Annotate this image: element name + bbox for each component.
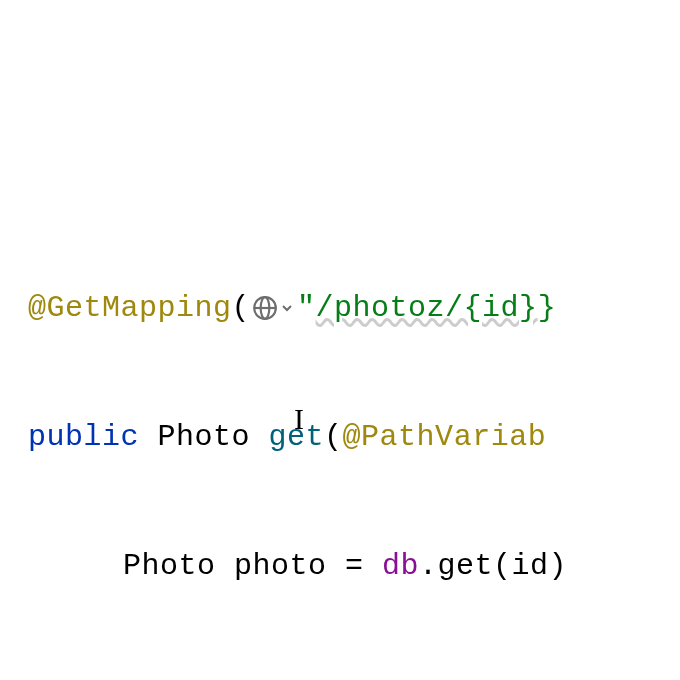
url-path: /photoz/{id} bbox=[316, 291, 538, 325]
string-close-brace: } bbox=[538, 291, 557, 325]
code-line-get-decl[interactable]: public Photo get(@PathVariab bbox=[28, 405, 680, 470]
annotation-pathvariable: @PathVariab bbox=[343, 420, 547, 454]
type-photo: Photo bbox=[123, 549, 216, 583]
url-inlay-widget[interactable] bbox=[252, 295, 295, 321]
field-db: db bbox=[382, 549, 419, 583]
chevron-down-icon bbox=[279, 300, 295, 316]
type-photo: Photo bbox=[158, 420, 251, 454]
annotation-getmapping: @GetMapping bbox=[28, 291, 232, 325]
call-get: get(id) bbox=[438, 549, 568, 583]
code-line-get-body-2[interactable]: if (photo == null) throw bbox=[28, 663, 680, 680]
globe-icon bbox=[252, 295, 278, 321]
string-quote: " bbox=[297, 291, 316, 325]
text-cursor-caret bbox=[294, 387, 296, 417]
code-line-get-body-1[interactable]: Photo photo = db.get(id) bbox=[28, 534, 680, 599]
keyword-public: public bbox=[28, 420, 139, 454]
code-line-getmapping[interactable]: @GetMapping("/photoz/{id}} bbox=[28, 276, 680, 341]
open-paren: ( bbox=[232, 291, 251, 325]
